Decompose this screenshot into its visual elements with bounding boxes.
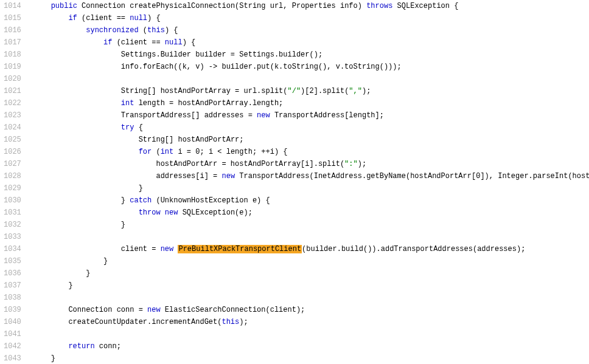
line-number: 1039	[4, 304, 21, 316]
line-number: 1036	[4, 267, 21, 280]
line-number: 1014	[4, 0, 21, 12]
line-number: 1041	[4, 328, 21, 340]
line-number: 1038	[4, 292, 21, 304]
code-line[interactable]: if (client == null) {	[33, 12, 589, 24]
code-line[interactable]: }	[33, 352, 589, 364]
line-number: 1019	[4, 61, 21, 73]
code-line[interactable]: String[] hostAndPortArray = url.split("/…	[33, 85, 589, 97]
line-number: 1022	[4, 97, 21, 109]
code-line[interactable]: try {	[33, 122, 589, 134]
line-number: 1037	[4, 280, 21, 292]
code-line[interactable]: client = new PreBuiltXPackTransportClien…	[33, 243, 589, 255]
code-line[interactable]: }	[33, 219, 589, 231]
line-number: 1027	[4, 158, 21, 170]
code-line[interactable]: } catch (UnknownHostException e) {	[33, 194, 589, 207]
code-line[interactable]: int length = hostAndPortArray.length;	[33, 97, 589, 109]
line-number: 1017	[4, 36, 21, 49]
line-number: 1021	[4, 85, 21, 97]
code-line[interactable]: hostAndPortArr = hostAndPortArray[i].spl…	[33, 158, 589, 170]
code-line[interactable]: return conn;	[33, 340, 589, 352]
line-number: 1030	[4, 194, 21, 207]
code-line[interactable]: }	[33, 255, 589, 267]
code-line[interactable]	[33, 231, 589, 243]
line-number: 1034	[4, 243, 21, 255]
code-line[interactable]: public Connection createPhysicalConnecti…	[33, 0, 589, 12]
code-line[interactable]: for (int i = 0; i < length; ++i) {	[33, 146, 589, 158]
line-number: 1016	[4, 24, 21, 36]
line-number: 1023	[4, 109, 21, 122]
line-number: 1033	[4, 231, 21, 243]
line-number: 1020	[4, 73, 21, 85]
code-line[interactable]: createCountUpdater.incrementAndGet(this)…	[33, 316, 589, 328]
code-line[interactable]: String[] hostAndPortArr;	[33, 134, 589, 146]
code-area[interactable]: public Connection createPhysicalConnecti…	[27, 0, 589, 364]
code-line[interactable]: TransportAddress[] addresses = new Trans…	[33, 109, 589, 122]
code-line[interactable]	[33, 328, 589, 340]
line-number: 1024	[4, 122, 21, 134]
line-number: 1043	[4, 352, 21, 364]
line-number: 1015	[4, 12, 21, 24]
line-number: 1028	[4, 170, 21, 182]
line-number: 1040	[4, 316, 21, 328]
line-number: 1035	[4, 255, 21, 267]
code-line[interactable]	[33, 292, 589, 304]
highlighted-token[interactable]: PreBuiltXPackTransportClient	[178, 245, 302, 253]
line-number-gutter: 1014101510161017101810191020102110221023…	[0, 0, 27, 364]
code-line[interactable]: Settings.Builder builder = Settings.buil…	[33, 49, 589, 61]
line-number: 1018	[4, 49, 21, 61]
code-line[interactable]: Connection conn = new ElasticSearchConne…	[33, 304, 589, 316]
line-number: 1025	[4, 134, 21, 146]
code-line[interactable]: throw new SQLException(e);	[33, 207, 589, 219]
line-number: 1032	[4, 219, 21, 231]
code-line[interactable]: addresses[i] = new TransportAddress(Inet…	[33, 170, 589, 182]
line-number: 1042	[4, 340, 21, 352]
line-number: 1031	[4, 207, 21, 219]
code-line[interactable]: info.forEach((k, v) -> builder.put(k.toS…	[33, 61, 589, 73]
code-line[interactable]: }	[33, 267, 589, 280]
line-number: 1026	[4, 146, 21, 158]
code-line[interactable]: }	[33, 280, 589, 292]
code-line[interactable]: synchronized (this) {	[33, 24, 589, 36]
code-line[interactable]	[33, 73, 589, 85]
code-editor[interactable]: 1014101510161017101810191020102110221023…	[0, 0, 589, 364]
code-line[interactable]: if (client == null) {	[33, 36, 589, 49]
line-number: 1029	[4, 182, 21, 194]
code-line[interactable]: }	[33, 182, 589, 194]
